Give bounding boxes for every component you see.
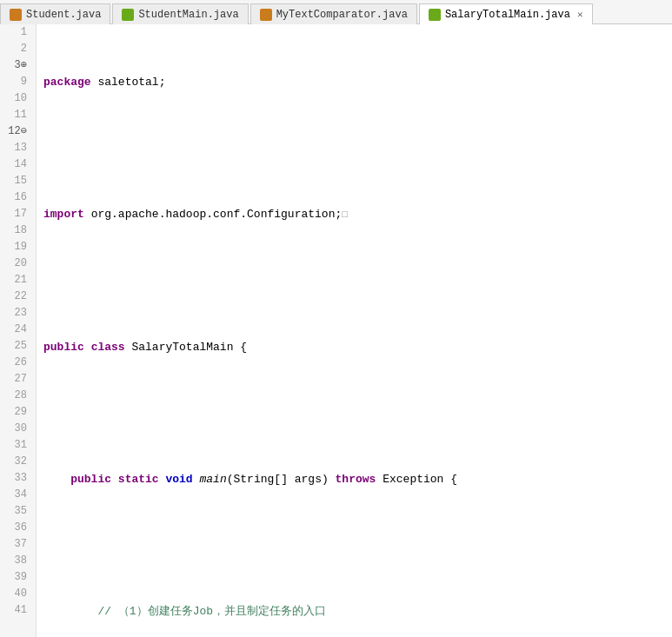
ln-14: 14: [5, 156, 30, 173]
ln-22: 22: [5, 289, 30, 305]
ln-32: 32: [5, 454, 30, 470]
ln-21: 21: [5, 272, 30, 289]
tab-close-salarytotalmain[interactable]: ✕: [577, 9, 583, 20]
ln-2: 2: [5, 41, 30, 57]
tab-icon-mytextcomparator: [260, 9, 272, 21]
code-line-2: [43, 140, 672, 156]
ln-31: 31: [5, 437, 30, 454]
editor-container: Student.java StudentMain.java MyTextComp…: [0, 0, 672, 637]
ln-26: 26: [5, 355, 30, 371]
ln-38: 38: [5, 553, 30, 569]
tab-bar: Student.java StudentMain.java MyTextComp…: [0, 0, 672, 24]
tab-label-studentmain: StudentMain.java: [138, 9, 238, 21]
ln-3: 3⊕: [5, 57, 30, 74]
code-area[interactable]: package saletotal; import org.apache.had…: [37, 24, 672, 637]
code-line-14: // （1）创建任务Job，并且制定任务的入口: [43, 603, 672, 620]
ln-13: 13: [5, 140, 30, 156]
ln-11: 11: [5, 107, 30, 123]
ln-18: 18: [5, 222, 30, 239]
tab-mytextcomparator[interactable]: MyTextComparator.java: [250, 3, 417, 24]
code-line-1: package saletotal;: [43, 74, 672, 90]
ln-12: 12⊖: [5, 123, 30, 140]
tab-studentmain[interactable]: StudentMain.java: [112, 3, 248, 24]
line-numbers: 1 2 3⊕ 9 10 11 12⊖ 13 14 15 16 17 18 19 …: [0, 24, 37, 637]
ln-39: 39: [5, 569, 30, 586]
tab-icon-salarytotalmain: [429, 9, 441, 21]
ln-10: 10: [5, 90, 30, 107]
tab-label-mytextcomparator: MyTextComparator.java: [276, 9, 408, 21]
tab-icon-studentmain: [122, 9, 134, 21]
ln-29: 29: [5, 404, 30, 421]
ln-25: 25: [5, 338, 30, 355]
ln-16: 16: [5, 189, 30, 206]
tab-icon-student: [10, 9, 22, 21]
ln-20: 20: [5, 255, 30, 272]
ln-17: 17: [5, 206, 30, 222]
ln-28: 28: [5, 388, 30, 404]
ln-9: 9: [5, 74, 30, 90]
code-line-10: public class SalaryTotalMain {: [43, 339, 672, 355]
ln-40: 40: [5, 586, 30, 602]
ln-19: 19: [5, 239, 30, 255]
ln-1: 1: [5, 24, 30, 41]
ln-15: 15: [5, 173, 30, 189]
code-line-9: [43, 273, 672, 289]
ln-41: 41: [5, 602, 30, 619]
tab-label-student: Student.java: [26, 9, 101, 21]
ln-24: 24: [5, 322, 30, 338]
tab-label-salarytotalmain: SalaryTotalMain.java: [445, 9, 570, 21]
ln-35: 35: [5, 503, 30, 520]
code-line-3: import org.apache.hadoop.conf.Configurat…: [43, 206, 672, 223]
tab-student[interactable]: Student.java: [0, 3, 110, 24]
ln-33: 33: [5, 470, 30, 487]
ln-27: 27: [5, 371, 30, 388]
ln-34: 34: [5, 487, 30, 503]
tab-salarytotalmain[interactable]: SalaryTotalMain.java ✕: [419, 3, 593, 24]
code-line-11: [43, 405, 672, 421]
editor-body[interactable]: 1 2 3⊕ 9 10 11 12⊖ 13 14 15 16 17 18 19 …: [0, 24, 672, 637]
ln-23: 23: [5, 305, 30, 322]
code-line-12: public static void main(String[] args) t…: [43, 471, 672, 488]
ln-30: 30: [5, 421, 30, 437]
ln-37: 37: [5, 536, 30, 553]
ln-36: 36: [5, 520, 30, 536]
code-line-13: [43, 537, 672, 554]
